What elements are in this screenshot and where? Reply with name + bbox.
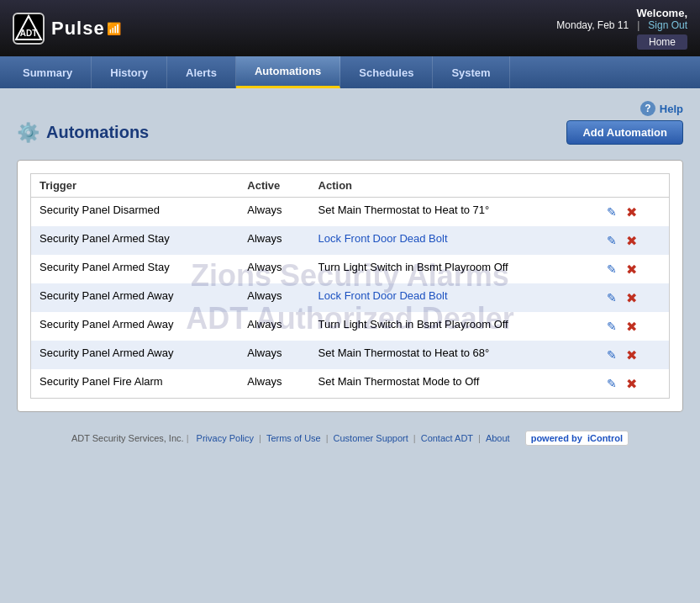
controls-cell: ✎ ✖ — [595, 226, 669, 255]
active-cell: Always — [239, 255, 309, 283]
delete-icon[interactable]: ✖ — [624, 375, 640, 392]
icontrol-text: iControl — [587, 433, 623, 443]
trigger-cell: Security Panel Fire Alarm — [31, 369, 239, 398]
gear-icon: ⚙️ — [17, 122, 39, 144]
sign-out-link[interactable]: Sign Out — [648, 19, 687, 31]
edit-icon[interactable]: ✎ — [603, 318, 620, 335]
section-title-bar: ⚙️ Automations — [17, 122, 149, 144]
powered-by-text: powered by — [531, 433, 582, 443]
help-icon: ? — [640, 101, 655, 116]
footer-about[interactable]: About — [486, 433, 510, 443]
tab-history[interactable]: History — [92, 56, 167, 88]
wifi-icon: 📶 — [107, 22, 121, 35]
delete-icon[interactable]: ✖ — [624, 204, 640, 220]
col-action: Action — [310, 174, 595, 198]
edit-icon[interactable]: ✎ — [603, 289, 620, 306]
active-cell: Always — [239, 226, 309, 255]
active-cell: Always — [239, 283, 309, 312]
edit-icon[interactable]: ✎ — [603, 261, 620, 278]
col-controls — [595, 174, 669, 198]
table-row: Security Panel Armed StayAlwaysTurn Ligh… — [31, 255, 669, 283]
action-cell: Lock Front Door Dead Bolt — [310, 226, 595, 255]
active-cell: Always — [239, 198, 309, 227]
action-cell: Set Main Thermostat to Heat to 71° — [310, 198, 595, 227]
trigger-cell: Security Panel Armed Away — [31, 312, 239, 341]
action-cell: Set Main Thermostat to Heat to 68° — [310, 341, 595, 369]
active-cell: Always — [239, 369, 309, 398]
tab-system[interactable]: System — [433, 56, 509, 88]
trigger-cell: Security Panel Armed Stay — [31, 255, 239, 283]
automations-table-wrapper[interactable]: Zions Security Alarms ADT Authorized Dea… — [30, 173, 670, 399]
add-automation-button[interactable]: Add Automation — [566, 120, 683, 145]
delete-icon[interactable]: ✖ — [624, 232, 640, 249]
automations-table: Trigger Active Action Security Panel Dis… — [31, 174, 669, 398]
tab-alerts[interactable]: Alerts — [167, 56, 236, 88]
trigger-cell: Security Panel Armed Stay — [31, 226, 239, 255]
footer-terms[interactable]: Terms of Use — [266, 433, 321, 443]
footer: ADT Security Services, Inc. | Privacy Po… — [0, 421, 700, 452]
main-panel: Zions Security Alarms ADT Authorized Dea… — [17, 160, 683, 412]
action-cell: Turn Light Switch in Bsmt Playroom Off — [310, 312, 595, 341]
edit-icon[interactable]: ✎ — [603, 232, 620, 249]
active-cell: Always — [239, 312, 309, 341]
controls-cell: ✎ ✖ — [595, 198, 669, 227]
home-button[interactable]: Home — [637, 34, 687, 50]
action-link[interactable]: Lock Front Door Dead Bolt — [318, 232, 448, 245]
action-link[interactable]: Lock Front Door Dead Bolt — [318, 289, 448, 302]
active-cell: Always — [239, 341, 309, 369]
tab-summary[interactable]: Summary — [4, 56, 92, 88]
delete-icon[interactable]: ✖ — [624, 346, 640, 363]
svg-text:ADT: ADT — [20, 29, 38, 38]
action-cell: Turn Light Switch in Bsmt Playroom Off — [310, 255, 595, 283]
controls-cell: ✎ ✖ — [595, 341, 669, 369]
action-cell: Lock Front Door Dead Bolt — [310, 283, 595, 312]
adt-logo: ADT — [13, 13, 45, 45]
icontrol-badge: powered by iControl — [525, 431, 629, 446]
col-trigger: Trigger — [31, 174, 239, 198]
delete-icon[interactable]: ✖ — [624, 261, 640, 278]
table-row: Security Panel Fire AlarmAlwaysSet Main … — [31, 369, 669, 398]
footer-company: ADT Security Services, Inc. — [71, 433, 184, 443]
delete-icon[interactable]: ✖ — [624, 289, 640, 306]
table-row: Security Panel Armed AwayAlwaysTurn Ligh… — [31, 312, 669, 341]
footer-contact[interactable]: Contact ADT — [421, 433, 473, 443]
trigger-cell: Security Panel Armed Away — [31, 341, 239, 369]
logo-area: ADT Pulse 📶 — [13, 13, 121, 45]
action-cell: Set Main Thermostat Mode to Off — [310, 369, 595, 398]
welcome-text: Welcome, — [556, 7, 687, 19]
trigger-cell: Security Panel Disarmed — [31, 198, 239, 227]
controls-cell: ✎ ✖ — [595, 283, 669, 312]
header: ADT Pulse 📶 Welcome, Monday, Feb 11 | Si… — [0, 0, 700, 56]
table-row: Security Panel DisarmedAlwaysSet Main Th… — [31, 198, 669, 227]
edit-icon[interactable]: ✎ — [603, 375, 620, 392]
footer-support[interactable]: Customer Support — [334, 433, 408, 443]
edit-icon[interactable]: ✎ — [603, 346, 620, 363]
navbar: Summary History Alerts Automations Sched… — [0, 56, 700, 88]
table-row: Security Panel Armed StayAlwaysLock Fron… — [31, 226, 669, 255]
page-content: ? Help ⚙️ Automations Add Automation Zio… — [0, 88, 700, 421]
controls-cell: ✎ ✖ — [595, 369, 669, 398]
help-bar: ? Help — [17, 97, 683, 120]
col-active: Active — [239, 174, 309, 198]
edit-icon[interactable]: ✎ — [603, 204, 620, 220]
controls-cell: ✎ ✖ — [595, 312, 669, 341]
header-user-info: Welcome, Monday, Feb 11 | Sign Out Home — [556, 7, 687, 50]
trigger-cell: Security Panel Armed Away — [31, 283, 239, 312]
tab-automations[interactable]: Automations — [236, 56, 340, 88]
table-row: Security Panel Armed AwayAlwaysLock Fron… — [31, 283, 669, 312]
tab-schedules[interactable]: Schedules — [340, 56, 433, 88]
brand-name: Pulse — [51, 18, 105, 40]
table-row: Security Panel Armed AwayAlwaysSet Main … — [31, 341, 669, 369]
help-link[interactable]: Help — [660, 103, 683, 115]
footer-privacy[interactable]: Privacy Policy — [197, 433, 254, 443]
controls-cell: ✎ ✖ — [595, 255, 669, 283]
delete-icon[interactable]: ✖ — [624, 318, 640, 335]
page-title: Automations — [46, 123, 149, 142]
date-text: Monday, Feb 11 — [556, 19, 629, 31]
